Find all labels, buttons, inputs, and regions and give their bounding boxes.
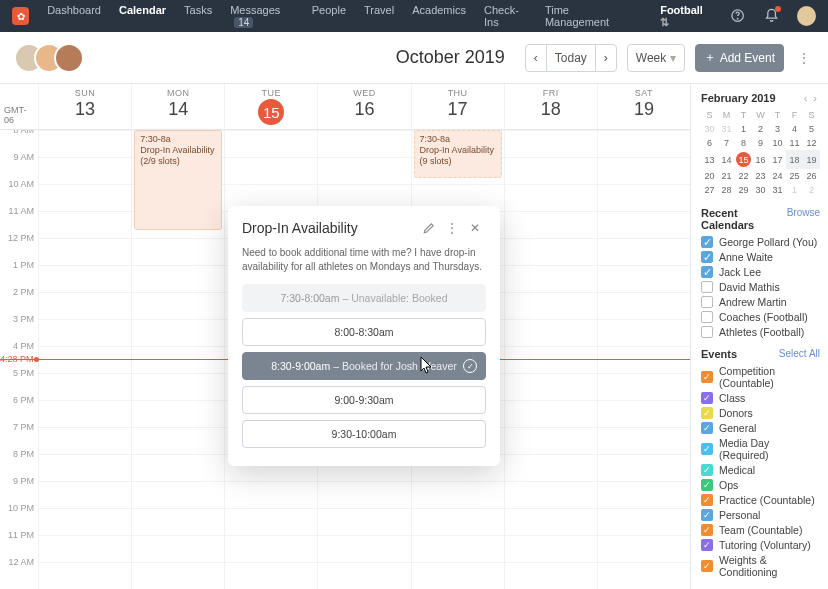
minical-day[interactable]: 31 bbox=[718, 122, 735, 136]
nav-academics[interactable]: Academics bbox=[412, 4, 466, 28]
calendar-toggle[interactable]: ✓Anne Waite bbox=[701, 251, 820, 263]
checkbox[interactable] bbox=[701, 296, 713, 308]
day-header[interactable]: THU17 bbox=[411, 84, 504, 129]
nav-tasks[interactable]: Tasks bbox=[184, 4, 212, 28]
calendar-toggle[interactable]: Coaches (Football) bbox=[701, 311, 820, 323]
calendar-toggle[interactable]: ✓George Pollard (You) bbox=[701, 236, 820, 248]
event-category-toggle[interactable]: ✓Class bbox=[701, 392, 820, 404]
category-swatch[interactable]: ✓ bbox=[701, 524, 713, 536]
minical-day[interactable]: 21 bbox=[718, 169, 735, 183]
minical-day[interactable]: 12 bbox=[803, 136, 820, 150]
calendar-toggle[interactable]: David Mathis bbox=[701, 281, 820, 293]
nav-time-management[interactable]: Time Management bbox=[545, 4, 624, 28]
event-category-toggle[interactable]: ✓Ops bbox=[701, 479, 820, 491]
calendar-event[interactable]: 7:30-8aDrop-In Availability(9 slots) bbox=[414, 130, 502, 178]
minical-day[interactable]: 9 bbox=[752, 136, 769, 150]
minical-day[interactable]: 23 bbox=[752, 169, 769, 183]
minical-day[interactable]: 7 bbox=[718, 136, 735, 150]
day-header[interactable]: FRI18 bbox=[504, 84, 597, 129]
time-slot[interactable]: 9:30-10:00am bbox=[242, 420, 486, 448]
minical-day[interactable]: 28 bbox=[718, 183, 735, 197]
checkbox[interactable]: ✓ bbox=[701, 266, 713, 278]
minical-day[interactable]: 2 bbox=[752, 122, 769, 136]
category-swatch[interactable]: ✓ bbox=[701, 407, 713, 419]
minical-day[interactable]: 11 bbox=[786, 136, 803, 150]
minical-day[interactable]: 1 bbox=[735, 122, 752, 136]
minical-prev[interactable]: ‹ bbox=[801, 92, 811, 104]
minical-day[interactable]: 18 bbox=[786, 150, 803, 169]
checkbox[interactable] bbox=[701, 326, 713, 338]
more-icon[interactable]: ⋮ bbox=[794, 51, 814, 65]
category-swatch[interactable]: ✓ bbox=[701, 464, 713, 476]
minical-day[interactable]: 6 bbox=[701, 136, 718, 150]
nav-calendar[interactable]: Calendar bbox=[119, 4, 166, 28]
minical-day[interactable]: 2 bbox=[803, 183, 820, 197]
help-icon[interactable] bbox=[730, 8, 745, 24]
minical-day[interactable]: 20 bbox=[701, 169, 718, 183]
minical-day[interactable]: 3 bbox=[769, 122, 786, 136]
prev-button[interactable]: ‹ bbox=[525, 44, 547, 72]
event-category-toggle[interactable]: ✓Media Day (Required) bbox=[701, 437, 820, 461]
minical-day[interactable]: 31 bbox=[769, 183, 786, 197]
calendar-toggle[interactable]: Athletes (Football) bbox=[701, 326, 820, 338]
event-category-toggle[interactable]: ✓Personal bbox=[701, 509, 820, 521]
minical-day[interactable]: 30 bbox=[752, 183, 769, 197]
category-swatch[interactable]: ✓ bbox=[701, 560, 713, 572]
browse-link[interactable]: Browse bbox=[787, 207, 820, 231]
minical-day[interactable]: 4 bbox=[786, 122, 803, 136]
event-category-toggle[interactable]: ✓Practice (Countable) bbox=[701, 494, 820, 506]
calendar-toggle[interactable]: Andrew Martin bbox=[701, 296, 820, 308]
minical-day[interactable]: 16 bbox=[752, 150, 769, 169]
event-category-toggle[interactable]: ✓Medical bbox=[701, 464, 820, 476]
category-swatch[interactable]: ✓ bbox=[701, 479, 713, 491]
minical-day[interactable]: 5 bbox=[803, 122, 820, 136]
calendar-event[interactable]: 7:30-8aDrop-In Availability(2/9 slots) bbox=[134, 130, 222, 230]
minical-day[interactable]: 25 bbox=[786, 169, 803, 183]
minical-next[interactable]: › bbox=[810, 92, 820, 104]
edit-icon[interactable] bbox=[422, 221, 438, 235]
minical-day[interactable]: 13 bbox=[701, 150, 718, 169]
event-category-toggle[interactable]: ✓Team (Countable) bbox=[701, 524, 820, 536]
user-avatar[interactable] bbox=[797, 6, 816, 26]
dept-switcher[interactable]: Football ⇅ bbox=[660, 4, 712, 29]
app-logo[interactable]: ✿ bbox=[12, 7, 29, 25]
avatar[interactable] bbox=[54, 43, 84, 73]
category-swatch[interactable]: ✓ bbox=[701, 509, 713, 521]
minical-day[interactable]: 15 bbox=[735, 150, 752, 169]
nav-people[interactable]: People bbox=[312, 4, 346, 28]
minical-day[interactable]: 30 bbox=[701, 122, 718, 136]
category-swatch[interactable]: ✓ bbox=[701, 392, 713, 404]
calendar-people[interactable] bbox=[14, 43, 84, 73]
minical-day[interactable]: 17 bbox=[769, 150, 786, 169]
event-category-toggle[interactable]: ✓Tutoring (Voluntary) bbox=[701, 539, 820, 551]
next-button[interactable]: › bbox=[595, 44, 617, 72]
add-event-button[interactable]: ＋Add Event bbox=[695, 44, 784, 72]
close-icon[interactable]: ✕ bbox=[470, 221, 486, 235]
minical-day[interactable]: 19 bbox=[803, 150, 820, 169]
today-button[interactable]: Today bbox=[546, 44, 596, 72]
minical-day[interactable]: 27 bbox=[701, 183, 718, 197]
minical-day[interactable]: 29 bbox=[735, 183, 752, 197]
minical-day[interactable]: 24 bbox=[769, 169, 786, 183]
calendar-toggle[interactable]: ✓Jack Lee bbox=[701, 266, 820, 278]
checkbox[interactable]: ✓ bbox=[701, 251, 713, 263]
more-icon[interactable]: ⋮ bbox=[446, 221, 462, 235]
category-swatch[interactable]: ✓ bbox=[701, 494, 713, 506]
minical-day[interactable]: 22 bbox=[735, 169, 752, 183]
checkbox[interactable] bbox=[701, 311, 713, 323]
category-swatch[interactable]: ✓ bbox=[701, 371, 713, 383]
category-swatch[interactable]: ✓ bbox=[701, 422, 713, 434]
view-select[interactable]: Week ▾ bbox=[627, 44, 685, 72]
minical-day[interactable]: 1 bbox=[786, 183, 803, 197]
day-header[interactable]: SUN13 bbox=[38, 84, 131, 129]
minical-day[interactable]: 8 bbox=[735, 136, 752, 150]
day-header[interactable]: WED16 bbox=[317, 84, 410, 129]
bell-icon[interactable] bbox=[764, 8, 779, 24]
day-header[interactable]: SAT19 bbox=[597, 84, 690, 129]
category-swatch[interactable]: ✓ bbox=[701, 539, 713, 551]
checkbox[interactable] bbox=[701, 281, 713, 293]
checkbox[interactable]: ✓ bbox=[701, 236, 713, 248]
nav-dashboard[interactable]: Dashboard bbox=[47, 4, 101, 28]
minical-day[interactable]: 26 bbox=[803, 169, 820, 183]
day-header[interactable]: MON14 bbox=[131, 84, 224, 129]
